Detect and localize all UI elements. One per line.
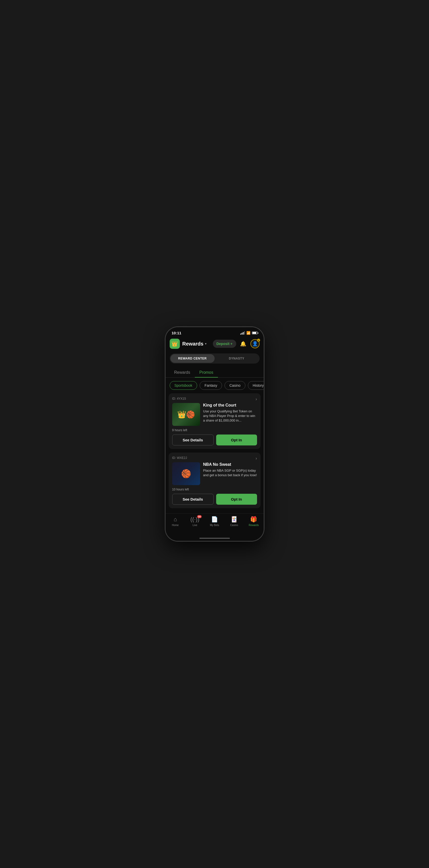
opt-in-button-1[interactable]: Opt In [216,435,257,445]
top-tab-switcher: REWARD CENTER DYNASTY [170,353,260,364]
card-content-1: King of the Court Use your Qualifying Be… [172,403,257,426]
card-title-2: NBA No Sweat [203,462,257,467]
sub-tabs: Rewards Promos [166,366,264,377]
card-image-2 [172,462,200,485]
status-time: 10:11 [172,331,182,335]
see-details-button-1[interactable]: See Details [172,435,213,445]
see-details-button-2[interactable]: See Details [172,494,213,505]
rewards-icon: 🎁 [250,516,257,523]
nav-label-home: Home [172,524,179,527]
home-indicator [199,538,230,539]
card-id-2: ID: WXE2J [172,456,257,460]
live-badge: 59 [197,515,202,518]
title-wrapper[interactable]: Rewards ▾ [183,341,210,347]
my-bets-icon: 📄 [211,516,218,523]
pill-fantasy[interactable]: Fantasy [200,381,222,390]
profile-icon: 👤 [252,341,258,346]
tab-rewards[interactable]: Rewards [170,368,195,377]
tab-promos[interactable]: Promos [195,368,218,377]
card-text-2: NBA No Sweat Place an NBA SGP or SGP(x) … [203,462,257,485]
bottom-navigation: ⌂ Home 59 ((·)) Live 📄 My Bets 🃏 Casino … [166,513,264,534]
card-text-1: King of the Court Use your Qualifying Be… [203,403,257,426]
pill-casino[interactable]: Casino [225,381,245,390]
nav-label-live: Live [193,524,197,527]
deposit-plus-icon: + [230,342,232,346]
nav-item-home[interactable]: ⌂ Home [166,516,185,527]
card-actions-2: See Details Opt In [172,494,257,505]
promo-card-king-court: ID: 4YX15 › King of the Court Use your Q… [169,393,261,449]
card-id-1: ID: 4YX15 [172,397,257,400]
card-desc-2: Place an NBA SGP or SGP(x) today and get… [203,468,257,477]
status-icons: 📶 [240,331,258,335]
deposit-button[interactable]: Deposit + [213,340,236,348]
deposit-label: Deposit [217,342,229,346]
battery-icon [252,332,258,334]
pill-history[interactable]: History [248,381,264,390]
bell-icon: 🔔 [240,341,246,347]
status-bar: 10:11 📶 [166,327,264,336]
tab-dynasty[interactable]: DYNASTY [214,354,259,363]
app-logo[interactable]: 👑 [170,339,180,349]
tab-reward-center[interactable]: REWARD CENTER [170,354,214,363]
nav-item-rewards[interactable]: 🎁 Rewards [244,516,263,527]
casino-icon: 🃏 [231,516,237,523]
card-desc-1: Use your Qualifying Bet Token on any NBA… [203,409,257,423]
nav-item-my-bets[interactable]: 📄 My Bets [205,516,224,527]
profile-button[interactable]: 👤 ● [251,339,260,348]
signal-icon [240,331,245,335]
nav-item-casino[interactable]: 🃏 Casino [224,516,244,527]
card-chevron-icon-2[interactable]: › [256,456,257,461]
page-title: Rewards [183,341,203,347]
nav-label-rewards: Rewards [249,524,259,527]
nav-label-casino: Casino [230,524,238,527]
card-image-1 [172,403,200,426]
card-title-1: King of the Court [203,403,257,408]
top-navigation: 👑 Rewards ▾ Deposit + 🔔 👤 ● [166,336,264,351]
logo-icon: 👑 [171,341,178,347]
opt-in-button-2[interactable]: Opt In [216,494,257,505]
wifi-icon: 📶 [246,331,251,335]
nav-label-my-bets: My Bets [210,524,219,527]
nav-actions: Deposit + 🔔 👤 ● [213,339,260,348]
home-icon: ⌂ [173,516,177,523]
chevron-down-icon: ▾ [205,342,206,345]
notifications-button[interactable]: 🔔 [239,339,248,348]
card-content-2: NBA No Sweat Place an NBA SGP or SGP(x) … [172,462,257,485]
promo-cards-list: ID: 4YX15 › King of the Court Use your Q… [166,393,264,508]
card-chevron-icon-1[interactable]: › [256,397,257,401]
filter-pills: Sportsbook Fantasy Casino History [166,377,264,393]
pill-sportsbook[interactable]: Sportsbook [170,381,197,390]
profile-badge: ● [257,339,260,342]
promo-card-nba-nosweat: ID: WXE2J › NBA No Sweat Place an NBA SG… [169,453,261,508]
card-time-1: 9 hours left [172,428,257,432]
card-actions-1: See Details Opt In [172,435,257,445]
card-time-2: 10 hours left [172,488,257,491]
nav-item-live[interactable]: 59 ((·)) Live [185,516,205,527]
